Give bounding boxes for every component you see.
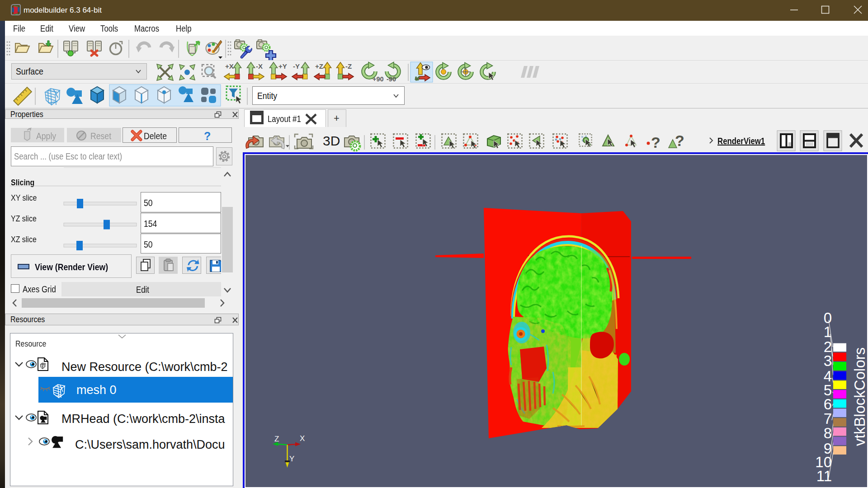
svg-text:vtkBlockColors: vtkBlockColors xyxy=(851,347,867,446)
svg-text:-Z: -Z xyxy=(345,62,352,70)
svg-text:+90: +90 xyxy=(373,75,384,83)
svg-text:+Y: +Y xyxy=(278,62,287,70)
svg-text:Z: Z xyxy=(274,435,279,443)
svg-text:+X: +X xyxy=(225,62,234,70)
svg-text:-90: -90 xyxy=(387,75,396,83)
svg-text:?: ? xyxy=(651,134,660,151)
svg-text:8: 8 xyxy=(824,425,832,441)
svg-text:?: ? xyxy=(675,132,684,149)
svg-text:11: 11 xyxy=(816,468,832,484)
svg-text:-X: -X xyxy=(256,62,263,70)
svg-text:3: 3 xyxy=(824,352,832,369)
svg-text:3D: 3D xyxy=(323,133,340,148)
svg-text:X: X xyxy=(300,434,305,443)
svg-text:Y: Y xyxy=(289,455,294,463)
svg-text:+Z: +Z xyxy=(315,62,323,70)
svg-text:-Y: -Y xyxy=(293,62,300,70)
svg-text:?: ? xyxy=(204,130,211,142)
